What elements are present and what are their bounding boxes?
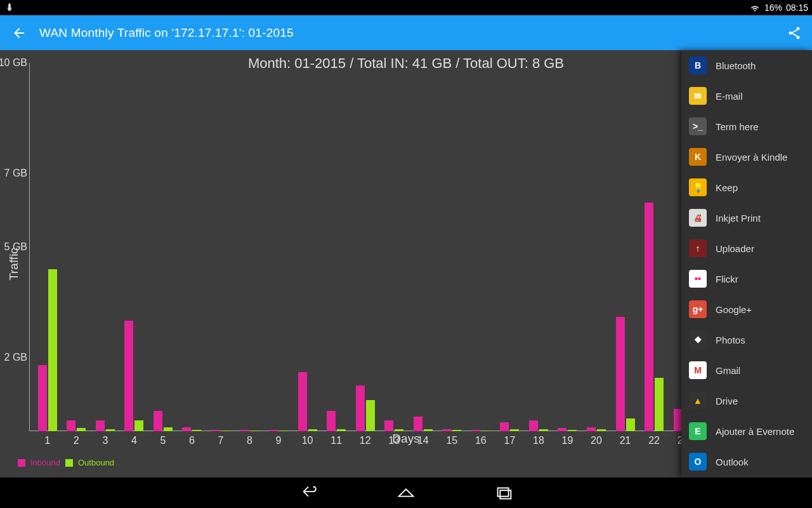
bar-outbound [134,420,143,431]
bar-outbound [395,429,403,431]
share-item-label: Photos [716,335,745,345]
share-item-icon: 🖨 [689,209,707,227]
bar-inbound [616,317,625,431]
nav-back-button[interactable] [298,482,319,504]
share-item-icon: 💡 [689,178,707,196]
chart-plot: 2 GB5 GB7 GB10 GB12345678910111213141516… [29,63,784,431]
bar-inbound [414,417,422,431]
share-item-label: Inkjet Print [716,213,761,224]
share-item[interactable]: MGmail [681,355,812,385]
nav-recents-button[interactable] [493,482,514,504]
y-axis-line [29,63,30,431]
svg-rect-4 [500,490,511,498]
share-item-label: E-mail [716,91,743,102]
bar-inbound [500,422,509,432]
share-item-label: Keep [716,182,738,193]
y-tick: 7 GB [4,168,27,178]
share-item-label: Bluetooth [716,60,756,71]
chart-legend: Inbound Outbound [18,458,114,467]
share-item-icon: O [689,453,707,471]
bar-outbound [192,430,201,431]
share-item[interactable]: 💡Keep [681,172,812,203]
y-axis-label: Traffic [7,248,21,281]
bar-inbound [587,427,596,431]
page-title: WAN Monthly Traffic on '172.17.17.1': 01… [39,26,294,40]
share-item-icon: •• [689,270,707,288]
share-item[interactable]: KEnvoyer à Kindle [681,142,812,172]
legend-swatch-inbound [18,459,25,467]
bar-inbound [67,420,75,431]
bar-outbound [251,431,259,431]
y-tick: 2 GB [4,352,27,363]
share-item-label: Flickr [716,274,738,284]
svg-rect-3 [498,488,509,496]
share-item[interactable]: EAjouter à Evernote [681,416,812,446]
share-item[interactable]: ↑Uploader [681,233,812,264]
share-menu: BBluetooth✉E-mail>_Term hereKEnvoyer à K… [681,50,812,478]
bar-inbound [384,420,393,431]
bar-inbound [240,430,249,431]
bar-inbound [182,427,191,431]
bar-inbound [96,420,105,431]
share-item-icon: g+ [689,300,707,318]
app-icon [4,2,15,13]
share-item-icon: K [689,148,707,166]
bar-outbound [308,429,317,431]
share-item[interactable]: >_Term here [681,111,812,142]
bar-inbound [645,203,653,431]
share-item[interactable]: 🖨Inkjet Print [681,203,812,233]
share-item[interactable]: ••Flickr [681,264,812,294]
bar-inbound [471,430,480,431]
wifi-icon [749,1,761,15]
share-item[interactable]: ✉E-mail [681,81,812,111]
share-item-icon: ▲ [689,392,707,410]
legend-label-inbound: Inbound [30,458,60,467]
share-item-label: Gmail [716,365,740,376]
share-item-icon: B [689,57,707,74]
share-item[interactable]: ▲Drive [681,385,812,416]
share-item-label: Uploader [716,243,754,254]
share-button[interactable] [785,24,803,42]
app-bar: WAN Monthly Traffic on '172.17.17.1': 01… [0,15,812,50]
bar-outbound [48,269,57,431]
share-item-label: Term here [716,121,759,132]
bar-inbound [269,430,278,431]
bar-outbound [424,429,433,431]
status-bar: 16% 08:15 [0,0,812,15]
bar-outbound [510,429,519,431]
share-item[interactable]: g+Google+ [681,294,812,324]
bar-outbound [452,430,461,431]
bar-inbound [529,420,538,431]
bar-outbound [279,431,288,431]
back-button[interactable] [10,24,28,42]
bar-outbound [539,429,548,431]
clock-text: 08:15 [786,3,808,13]
bar-outbound [366,400,375,431]
bar-inbound [38,365,47,431]
bar-outbound [481,431,490,431]
share-item-label: Ajouter à Evernote [716,426,794,437]
share-item-label: Google+ [716,304,752,315]
bar-inbound [298,372,307,431]
bar-inbound [558,428,566,431]
nav-home-button[interactable] [395,482,417,504]
share-item[interactable]: BBluetooth [681,50,812,81]
bar-inbound [124,321,133,431]
bar-outbound [626,418,635,431]
bar-outbound [597,429,606,431]
nav-bar [0,478,812,508]
share-item-icon: M [689,361,707,379]
share-item[interactable]: ❖Photos [681,324,812,355]
bar-inbound [327,411,336,431]
share-item-label: Drive [716,396,738,406]
bar-inbound [356,385,365,432]
bar-outbound [221,431,230,431]
bar-outbound [568,430,577,431]
bar-outbound [106,429,115,431]
legend-swatch-outbound [65,459,73,467]
y-tick: 10 GB [0,58,27,68]
y-tick: 5 GB [4,242,27,252]
share-item-icon: >_ [689,117,707,135]
share-item[interactable]: OOutlook [681,446,812,477]
bar-inbound [211,430,220,431]
